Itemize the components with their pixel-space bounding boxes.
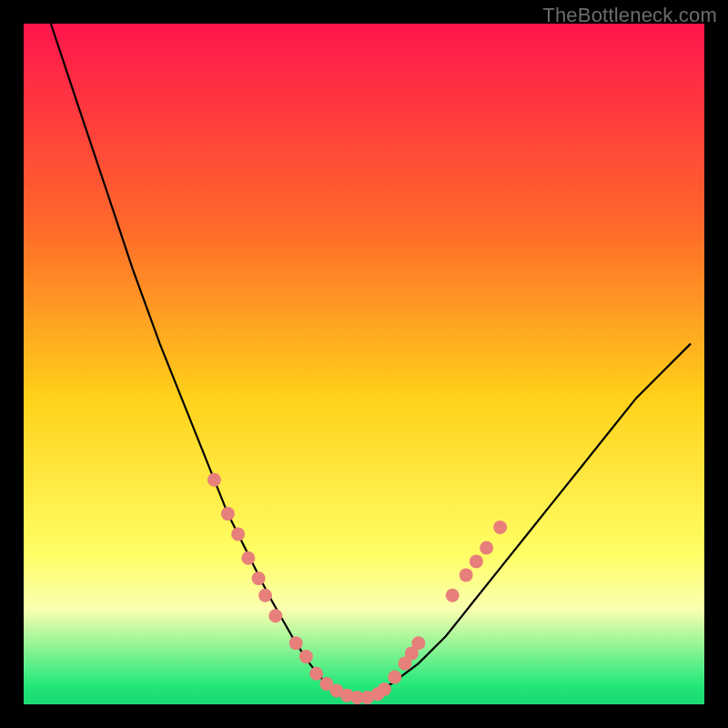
curve-point [299,650,313,663]
curve-point [241,551,255,565]
curve-point [252,571,266,585]
curve-point [221,507,235,521]
curve-point [268,609,282,622]
curve-point [493,521,507,534]
curve-point [388,671,401,684]
curve-point [378,682,391,696]
watermark-text: TheBottleneck.com [542,4,717,27]
curve-point [309,667,323,681]
chart-stage: TheBottleneck.com [0,0,728,728]
curve-point [231,528,245,541]
curve-point [470,554,483,568]
curve-point [258,589,272,602]
curve-point [289,636,303,650]
curve-point [411,636,425,650]
plot-background [24,24,704,704]
curve-point [480,541,493,555]
curve-point [460,568,473,581]
curve-point [207,473,221,487]
curve-point [446,589,460,602]
bottleneck-chart [0,0,728,728]
